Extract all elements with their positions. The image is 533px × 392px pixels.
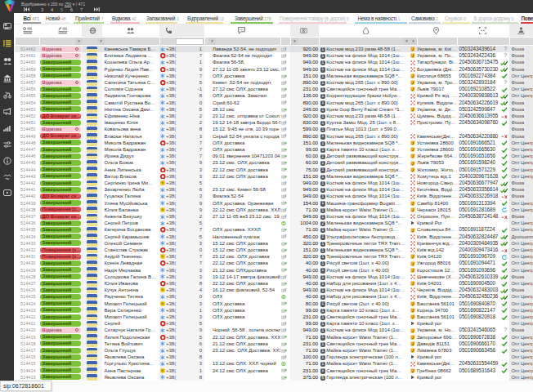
svg-text:lc: lc — [162, 182, 164, 185]
svg-text:lc: lc — [162, 208, 164, 212]
svg-text:lc: lc — [162, 256, 164, 259]
svg-text:lc: lc — [162, 302, 164, 305]
svg-text:lc: lc — [162, 289, 164, 292]
svg-text:lc: lc — [162, 369, 164, 372]
